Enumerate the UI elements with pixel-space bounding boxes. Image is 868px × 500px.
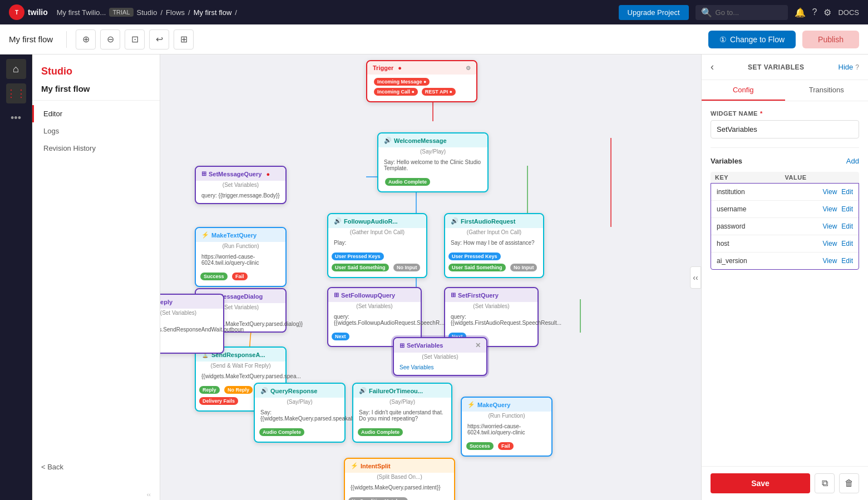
tab-config[interactable]: Config: [702, 80, 785, 101]
top-navigation: T twilio My first Twilio... TRIAL Studio…: [0, 0, 868, 24]
far-uss: User Said Something: [448, 264, 506, 271]
mq-fail: Fail: [498, 442, 514, 450]
hide-label: Hide: [839, 63, 854, 71]
nav-right: Upgrade Project 🔍 🔔 ? ⚙ DOCS: [619, 5, 859, 20]
set-message-query-node[interactable]: ⊞ SetMessageQuery ● (Set Variables) quer…: [195, 166, 287, 204]
right-panel-hide-button[interactable]: Hide ?: [839, 63, 859, 71]
zoom-out-button[interactable]: ⊖: [100, 29, 120, 49]
company-name: twilio: [28, 8, 48, 17]
is-no-match: No Condition Matches: [348, 497, 408, 500]
var-edit-host[interactable]: Edit: [841, 240, 853, 247]
tab-transitions[interactable]: Transitions: [785, 80, 869, 101]
make-query-node[interactable]: ⚡ MakeQuery (Run Function) https://worri…: [461, 397, 553, 457]
make-text-query-node[interactable]: ⚡ MakeTextQuery (Run Function) https://w…: [195, 227, 287, 287]
sfiq-header: ⊞ SetFirstQuery: [445, 288, 537, 302]
welcome-message-node[interactable]: 🔊 WelcomeMessage (Say/Play) Say: Hello w…: [377, 132, 489, 192]
zoom-in-button[interactable]: ⊕: [76, 29, 96, 49]
is-header: ⚡ IntentSplit: [345, 459, 454, 473]
save-button[interactable]: Save: [711, 473, 810, 493]
query-response-node[interactable]: 🔊 QueryResponse (Say/Play) Say: {{widget…: [254, 383, 346, 443]
settings-icon[interactable]: ⚙: [823, 7, 831, 18]
mtq-body: https://worried-cause-6024.twil.io/query…: [196, 251, 285, 270]
widget-name-label: WIDGET NAME *: [711, 110, 859, 117]
var-view-ai-version[interactable]: View: [823, 257, 837, 265]
fa-upk: User Pressed Keys: [332, 253, 384, 260]
variables-header: Variables Add: [711, 157, 859, 165]
var-view-password[interactable]: View: [823, 222, 837, 230]
intent-split-node[interactable]: ⚡ IntentSplit (Split Based On...) {{widg…: [344, 458, 455, 500]
trigger-node[interactable]: Trigger ● ⚙ Incoming Message ● Incoming …: [366, 60, 477, 102]
studio-label: Studio: [32, 61, 160, 80]
sidebar-flow-name: My first flow: [32, 80, 160, 96]
welcome-header: 🔊 WelcomeMessage: [378, 133, 487, 147]
ft-icon: 🔊: [359, 387, 367, 394]
sfq-badge: Next: [332, 333, 349, 340]
var-edit-ai-version[interactable]: Edit: [841, 257, 853, 265]
var-edit-username[interactable]: Edit: [841, 205, 853, 213]
sv-sub: (Set Variables): [394, 353, 486, 362]
sv-see-vars[interactable]: See Variables: [400, 364, 434, 370]
fit-button[interactable]: ⊡: [125, 29, 145, 49]
ft-body: Say: I didn't quite understand that. Do …: [353, 407, 451, 426]
sv-icon: ⊞: [400, 342, 405, 349]
flow-sidebar-icon[interactable]: ⋮⋮: [6, 83, 26, 103]
col-key-header: KEY: [715, 174, 785, 181]
docs-link[interactable]: DOCS: [838, 8, 859, 17]
search-input[interactable]: [716, 8, 782, 17]
far-ni: No Input: [510, 264, 537, 271]
first-audio-request-node[interactable]: 🔊 FirstAudioRequest (Gather Input On Cal…: [444, 213, 544, 278]
sr-sub: (Send & Wait For Reply): [196, 362, 285, 371]
followup-audio-node[interactable]: 🔊 FollowupAudioR... (Gather Input On Cal…: [327, 213, 427, 278]
mtq-fail: Fail: [232, 273, 248, 280]
sfiq-title: SetFirstQuery: [458, 292, 499, 299]
grid-button[interactable]: ⊞: [174, 29, 194, 49]
canvas: Trigger ● ⚙ Incoming Message ● Incoming …: [160, 55, 701, 500]
upgrade-project-button[interactable]: Upgrade Project: [619, 5, 689, 20]
var-edit-institution[interactable]: Edit: [841, 188, 853, 196]
back-button[interactable]: < Back: [32, 456, 160, 478]
right-panel-help-icon[interactable]: ?: [855, 63, 859, 71]
help-icon[interactable]: ?: [812, 7, 817, 17]
sfq-icon: ⊞: [334, 291, 339, 299]
account-name: My first Twilio...: [57, 8, 106, 17]
welcome-icon: 🔊: [384, 137, 392, 144]
set-reply-node[interactable]: ⊞ SetReply (Set Variables) query: {{widg…: [160, 294, 224, 354]
right-panel-footer: Save ⧉ 🗑: [702, 466, 868, 500]
sv-close[interactable]: ✕: [475, 341, 481, 349]
copy-button[interactable]: ⧉: [815, 473, 835, 493]
undo-button[interactable]: ↩: [149, 29, 169, 49]
sidebar-item-revision-history[interactable]: Revision History: [32, 140, 160, 157]
var-actions-username: View Edit: [823, 205, 853, 213]
var-edit-password[interactable]: Edit: [841, 222, 853, 230]
publish-button[interactable]: Publish: [802, 31, 859, 48]
trigger-badge-incoming-msg: Incoming Message ●: [374, 78, 430, 86]
var-row-ai-version: ai_version View Edit: [711, 253, 859, 269]
change-to-flow-button[interactable]: ① Change to Flow: [708, 31, 796, 48]
qr-body: Say: {{widgets.MakeQuery.parsed.speakab.…: [255, 407, 344, 426]
section-divider: [711, 147, 859, 148]
breadcrumb-flows[interactable]: Flows: [166, 8, 185, 17]
var-actions-ai-version: View Edit: [823, 257, 853, 265]
fa-icon: 🔊: [334, 217, 342, 225]
left-icon-bar: ⌂ ⋮⋮ •••: [0, 55, 32, 500]
sidebar-item-logs[interactable]: Logs: [32, 122, 160, 140]
canvas-collapse-button[interactable]: ‹‹: [690, 266, 701, 289]
dots-sidebar-icon[interactable]: •••: [6, 108, 26, 128]
var-view-username[interactable]: View: [823, 205, 837, 213]
mtq-header: ⚡ MakeTextQuery: [196, 228, 285, 242]
var-view-host[interactable]: View: [823, 240, 837, 247]
widget-name-input[interactable]: [711, 120, 859, 138]
delete-button[interactable]: 🗑: [839, 473, 859, 493]
set-variables-node[interactable]: ⊞ SetVariables ✕ (Set Variables) See Var…: [393, 337, 487, 376]
trial-badge[interactable]: TRIAL: [109, 8, 133, 17]
col-value-header: VALUE: [785, 174, 855, 181]
add-variable-link[interactable]: Add: [846, 157, 859, 165]
sidebar-item-editor[interactable]: Editor: [32, 105, 160, 122]
right-panel-collapse[interactable]: ‹: [711, 61, 714, 73]
trigger-title: Trigger: [373, 65, 393, 71]
fa-header: 🔊 FollowupAudioR...: [328, 214, 426, 228]
var-view-institution[interactable]: View: [823, 188, 837, 196]
bell-icon[interactable]: 🔔: [795, 7, 806, 18]
failure-timeout-node[interactable]: 🔊 FailureOrTimeou... (Say/Play) Say: I d…: [352, 383, 452, 443]
home-sidebar-icon[interactable]: ⌂: [6, 59, 26, 79]
